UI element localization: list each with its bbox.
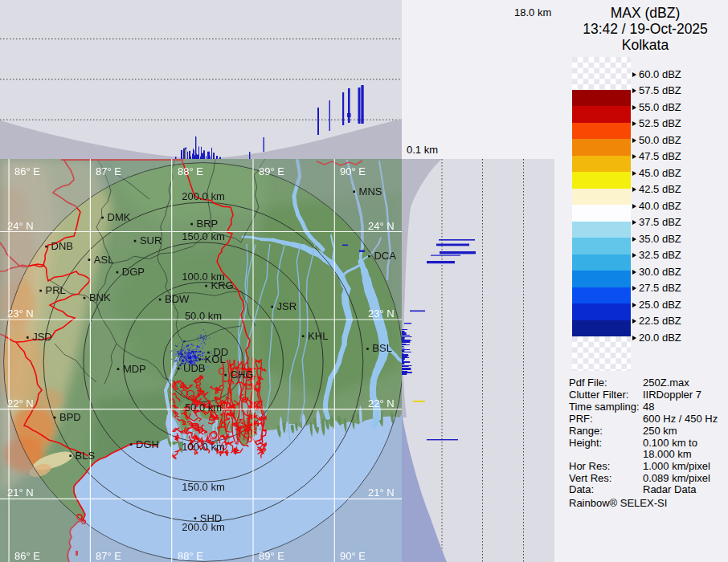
svg-text:MNS: MNS — [359, 185, 382, 198]
svg-text:21° N: 21° N — [7, 487, 34, 499]
svg-text:MDP: MDP — [123, 363, 146, 375]
svg-text:24° N: 24° N — [368, 220, 395, 232]
svg-text:DGP: DGP — [122, 266, 145, 278]
svg-text:ASL: ASL — [94, 254, 114, 266]
svg-text:KOL: KOL — [205, 353, 226, 365]
svg-text:BNK: BNK — [89, 291, 111, 303]
svg-text:23° N: 23° N — [7, 307, 34, 320]
svg-text:UDB: UDB — [183, 362, 205, 374]
svg-text:88° E: 88° E — [178, 165, 203, 177]
svg-text:JSD: JSD — [32, 331, 52, 343]
svg-text:DNB: DNB — [51, 240, 73, 252]
svg-text:24° N: 24° N — [7, 220, 34, 232]
svg-text:DMK: DMK — [108, 211, 131, 223]
svg-text:89° E: 89° E — [259, 550, 284, 562]
svg-text:PRL: PRL — [46, 284, 66, 296]
svg-text:89° E: 89° E — [259, 165, 284, 177]
svg-text:100.0 km: 100.0 km — [182, 441, 224, 453]
svg-text:150.0 km: 150.0 km — [182, 481, 224, 493]
svg-text:90° E: 90° E — [340, 550, 366, 562]
svg-text:BSL: BSL — [372, 342, 392, 354]
svg-text:86° E: 86° E — [14, 550, 40, 562]
svg-text:150.0 km: 150.0 km — [182, 230, 224, 242]
svg-text:88° E: 88° E — [178, 550, 203, 562]
svg-text:87° E: 87° E — [96, 165, 121, 177]
svg-text:200.0 km: 200.0 km — [182, 190, 224, 202]
svg-text:KHL: KHL — [308, 330, 328, 342]
svg-text:86° E: 86° E — [14, 165, 40, 177]
svg-text:22° N: 22° N — [368, 397, 395, 409]
svg-text:CHG: CHG — [231, 369, 254, 381]
svg-text:SUR: SUR — [140, 234, 162, 246]
svg-text:50.0 km: 50.0 km — [185, 310, 222, 322]
svg-text:50.0 km: 50.0 km — [185, 401, 222, 413]
svg-text:23° N: 23° N — [368, 307, 395, 320]
svg-text:BPD: BPD — [59, 411, 81, 423]
svg-text:JSR: JSR — [277, 300, 297, 312]
svg-text:90° E: 90° E — [340, 165, 366, 177]
svg-text:SHD: SHD — [200, 512, 222, 524]
svg-text:22° N: 22° N — [7, 397, 34, 409]
svg-text:21° N: 21° N — [368, 487, 395, 499]
svg-text:87° E: 87° E — [96, 550, 121, 562]
svg-text:KRG: KRG — [211, 279, 234, 291]
svg-text:DGH: DGH — [136, 438, 159, 450]
svg-text:BLS: BLS — [76, 450, 96, 462]
svg-text:DCA: DCA — [374, 250, 396, 262]
svg-text:BRP: BRP — [197, 218, 219, 230]
svg-text:BDW: BDW — [165, 293, 190, 305]
